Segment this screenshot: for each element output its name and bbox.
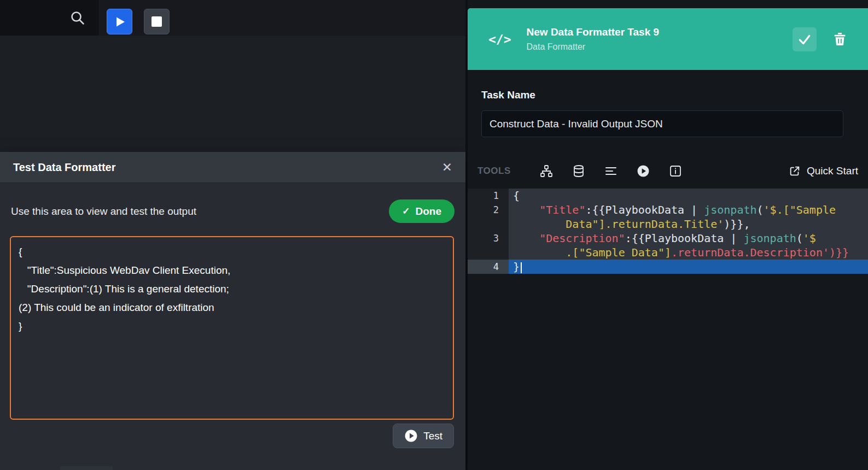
task-name-label: Task Name: [481, 89, 535, 101]
play-icon: [113, 15, 126, 28]
stop-icon: [152, 16, 162, 27]
quick-start-button[interactable]: Quick Start: [789, 165, 858, 177]
search-icon: [69, 9, 86, 26]
code-token: .returnData.Description')}}: [671, 246, 849, 259]
code-line[interactable]: }: [509, 260, 868, 274]
tools-label: TOOLS: [477, 166, 511, 177]
quick-start-label: Quick Start: [807, 165, 858, 177]
test-button[interactable]: Test: [393, 424, 454, 448]
search-bar[interactable]: [0, 0, 99, 36]
code-token: jsonpath: [743, 232, 796, 245]
task-subtitle: Data Formatter: [527, 42, 660, 52]
database-icon: [572, 164, 585, 178]
test-panel-title: Test Data Formatter: [13, 161, 115, 174]
database-tool-button[interactable]: [572, 164, 586, 178]
play-circle-icon: [637, 164, 650, 178]
trash-icon: [834, 33, 846, 45]
test-panel-header: Test Data Formatter ✕: [0, 152, 465, 183]
confirm-button[interactable]: [793, 27, 817, 51]
code-line[interactable]: "Title":{{PlaybookData | jsonpath('$.["S…: [509, 203, 868, 217]
lines-icon: [604, 164, 617, 178]
task-name-input[interactable]: [481, 110, 843, 137]
code-line[interactable]: "Description":{{PlaybookData | jsonpath(…: [509, 231, 868, 245]
code-line[interactable]: Data"].returnData.Title')}},: [509, 217, 868, 231]
code-token: {{PlaybookData |: [592, 203, 704, 216]
lines-tool-button[interactable]: [604, 164, 618, 178]
code-token: {{PlaybookData |: [632, 232, 744, 245]
external-link-icon: [789, 165, 801, 177]
code-token: }},: [730, 218, 750, 231]
delete-button[interactable]: [828, 27, 852, 51]
code-token: "Title": [539, 203, 585, 216]
task-header: </> New Data Formatter Task 9 Data Forma…: [468, 8, 868, 70]
code-token: }: [513, 260, 520, 273]
instruction-text: Use this area to view and test the outpu…: [11, 205, 196, 218]
editor-row: 4}: [468, 260, 868, 274]
instruction-row: Use this area to view and test the outpu…: [0, 183, 465, 223]
task-header-actions: [793, 27, 852, 51]
editor-row: 1{: [468, 189, 868, 203]
text-cursor: [521, 262, 522, 273]
close-button[interactable]: ✕: [442, 161, 452, 174]
workflow-tool-button[interactable]: [539, 164, 554, 178]
editor-row: .["Sample Data"].returnData.Description'…: [468, 245, 868, 260]
task-title: New Data Formatter Task 9: [527, 26, 660, 38]
code-token: ): [724, 218, 730, 231]
partial-element: [60, 466, 113, 470]
code-line[interactable]: {: [509, 189, 868, 203]
tool-icons: [539, 164, 683, 178]
editor-row: 3"Description":{{PlaybookData | jsonpath…: [468, 231, 868, 245]
play-circle-icon: [404, 429, 418, 443]
playbook-canvas: Test Data Formatter ✕ Use this area to v…: [0, 0, 465, 470]
code-icon: </>: [488, 32, 511, 46]
code-token: Data"].returnData.Title': [566, 218, 724, 231]
play-tool-button[interactable]: [636, 164, 650, 178]
code-token: "Description": [539, 232, 625, 245]
task-config-panel: </> New Data Formatter Task 9 Data Forma…: [468, 0, 868, 470]
code-editor[interactable]: 1{2"Title":{{PlaybookData | jsonpath('$.…: [468, 189, 868, 274]
code-token: .["Sample Data"]: [566, 246, 671, 259]
app-root: Test Data Formatter ✕ Use this area to v…: [0, 0, 868, 470]
editor-row: 2"Title":{{PlaybookData | jsonpath('$.["…: [468, 203, 868, 217]
code-token: {: [513, 189, 520, 202]
code-token: jsonpath: [704, 203, 756, 216]
info-tool-button[interactable]: [668, 164, 683, 178]
done-button[interactable]: ✓ Done: [389, 199, 455, 223]
workflow-icon: [540, 164, 553, 178]
done-label: Done: [416, 205, 442, 218]
test-label: Test: [423, 430, 442, 442]
task-titles: New Data Formatter Task 9 Data Formatter: [527, 26, 660, 52]
line-number: 4: [468, 260, 509, 274]
line-number: [468, 245, 509, 260]
code-token: :: [625, 232, 632, 245]
info-icon: [669, 164, 682, 178]
line-number: [468, 217, 509, 231]
editor-row: Data"].returnData.Title')}},: [468, 217, 868, 231]
run-playbook-button[interactable]: [107, 9, 132, 34]
code-line[interactable]: .["Sample Data"].returnData.Description'…: [509, 245, 868, 260]
check-icon: ✓: [402, 205, 410, 217]
stop-playbook-button[interactable]: [144, 9, 170, 34]
code-token: '$: [803, 232, 816, 245]
code-token: :: [585, 203, 592, 216]
line-number: 2: [468, 203, 509, 217]
line-number: 3: [468, 231, 509, 245]
code-token: (: [796, 232, 803, 245]
check-icon: [797, 32, 812, 46]
test-data-formatter-panel: Test Data Formatter ✕ Use this area to v…: [0, 152, 465, 470]
test-output-textarea[interactable]: { "Title":Suspicious WebDav Client Execu…: [10, 236, 454, 420]
tools-toolbar: TOOLS: [468, 157, 868, 185]
code-token: '$.["Sample: [764, 203, 836, 216]
line-number: 1: [468, 189, 509, 203]
close-icon: ✕: [442, 160, 452, 174]
code-token: (: [757, 203, 764, 216]
